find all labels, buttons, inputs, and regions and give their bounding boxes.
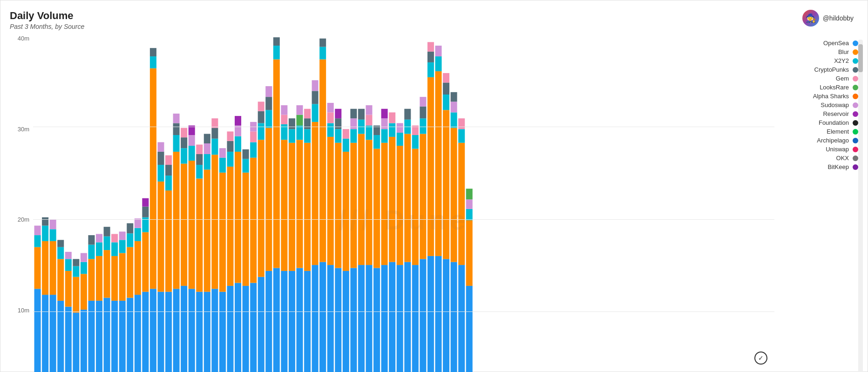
svg-rect-184 bbox=[350, 268, 357, 372]
svg-rect-196 bbox=[366, 115, 372, 126]
svg-rect-150 bbox=[289, 118, 295, 129]
svg-rect-62 bbox=[150, 68, 156, 289]
svg-rect-245 bbox=[451, 101, 457, 112]
svg-rect-166 bbox=[319, 262, 326, 372]
legend-scroll-thumb[interactable] bbox=[858, 44, 863, 72]
svg-rect-235 bbox=[435, 56, 442, 71]
svg-rect-142 bbox=[281, 271, 287, 372]
svg-rect-43 bbox=[111, 234, 118, 243]
svg-rect-228 bbox=[427, 256, 434, 372]
svg-rect-237 bbox=[443, 259, 449, 372]
legend-item-gem: Gem bbox=[779, 75, 858, 82]
svg-rect-185 bbox=[350, 143, 357, 268]
svg-rect-249 bbox=[458, 129, 465, 142]
svg-rect-175 bbox=[335, 268, 341, 372]
svg-rect-131 bbox=[258, 111, 264, 123]
avatar: 🧙 bbox=[802, 10, 819, 27]
svg-rect-140 bbox=[273, 46, 280, 59]
svg-rect-221 bbox=[412, 135, 419, 149]
svg-rect-100 bbox=[211, 289, 218, 372]
chart-header: Daily Volume Past 3 Months, by Source 🧙 … bbox=[10, 10, 863, 30]
legend-dot-uniswap bbox=[853, 147, 858, 152]
legend-scrollbar[interactable] bbox=[858, 40, 863, 372]
svg-rect-204 bbox=[381, 129, 388, 142]
svg-rect-115 bbox=[235, 152, 241, 283]
svg-rect-19 bbox=[65, 252, 72, 259]
legend-dot-bitkeep bbox=[853, 164, 858, 170]
svg-rect-253 bbox=[466, 209, 473, 220]
svg-rect-193 bbox=[366, 265, 372, 372]
check-badge[interactable]: ✓ bbox=[754, 352, 767, 365]
legend-dot-gem bbox=[853, 76, 858, 81]
legend-item-okx: OKX bbox=[779, 155, 858, 162]
svg-rect-231 bbox=[427, 52, 434, 62]
svg-rect-247 bbox=[458, 265, 465, 372]
svg-rect-187 bbox=[350, 118, 357, 129]
svg-rect-216 bbox=[404, 134, 411, 262]
svg-rect-163 bbox=[312, 104, 319, 122]
svg-rect-25 bbox=[81, 274, 87, 310]
svg-rect-71 bbox=[165, 190, 172, 292]
svg-rect-96 bbox=[204, 169, 210, 291]
svg-rect-37 bbox=[104, 250, 110, 298]
legend-item-sudoswap: Sudoswap bbox=[779, 101, 858, 108]
title-block: Daily Volume Past 3 Months, by Source bbox=[10, 10, 84, 30]
svg-rect-55 bbox=[135, 218, 141, 228]
legend-item-uniswap: Uniswap bbox=[779, 146, 858, 153]
legend-label-blur: Blur bbox=[838, 48, 849, 55]
svg-rect-1 bbox=[34, 247, 41, 289]
svg-rect-11 bbox=[50, 220, 56, 229]
svg-rect-141 bbox=[273, 37, 280, 46]
svg-rect-128 bbox=[258, 277, 264, 372]
svg-rect-56 bbox=[142, 292, 149, 372]
svg-rect-210 bbox=[389, 112, 395, 123]
svg-rect-156 bbox=[304, 271, 311, 372]
svg-rect-133 bbox=[265, 271, 272, 372]
svg-rect-183 bbox=[343, 129, 349, 138]
svg-rect-139 bbox=[273, 59, 280, 268]
svg-rect-67 bbox=[157, 165, 164, 182]
svg-rect-129 bbox=[258, 140, 264, 277]
svg-rect-246 bbox=[451, 92, 457, 101]
svg-rect-223 bbox=[420, 259, 426, 372]
svg-rect-213 bbox=[397, 133, 403, 146]
svg-rect-239 bbox=[443, 95, 449, 110]
svg-rect-158 bbox=[304, 129, 311, 142]
svg-rect-134 bbox=[265, 128, 272, 271]
svg-rect-219 bbox=[412, 265, 419, 372]
svg-rect-123 bbox=[250, 283, 257, 372]
svg-rect-99 bbox=[204, 134, 210, 143]
svg-rect-116 bbox=[235, 136, 241, 152]
svg-rect-164 bbox=[312, 91, 319, 104]
svg-rect-152 bbox=[296, 140, 303, 268]
svg-rect-225 bbox=[420, 118, 426, 134]
chart-area: /// Dune bbox=[33, 35, 774, 372]
svg-rect-90 bbox=[196, 292, 203, 372]
svg-rect-250 bbox=[458, 118, 465, 129]
svg-rect-124 bbox=[250, 158, 257, 283]
legend-dot-archipelago bbox=[853, 138, 858, 143]
legend-label-uniswap: Uniswap bbox=[826, 146, 849, 153]
svg-rect-229 bbox=[427, 77, 434, 256]
legend-label-okx: OKX bbox=[836, 155, 849, 162]
svg-rect-135 bbox=[265, 110, 272, 128]
svg-rect-103 bbox=[211, 128, 218, 139]
chart-subtitle: Past 3 Months, by Source bbox=[10, 23, 84, 30]
svg-rect-209 bbox=[389, 123, 395, 136]
svg-rect-70 bbox=[165, 292, 172, 372]
svg-rect-192 bbox=[358, 109, 365, 120]
svg-rect-153 bbox=[296, 126, 303, 140]
svg-rect-179 bbox=[335, 109, 341, 118]
svg-rect-42 bbox=[111, 242, 118, 256]
svg-rect-147 bbox=[289, 271, 295, 372]
svg-rect-176 bbox=[335, 143, 341, 268]
svg-rect-208 bbox=[389, 137, 395, 262]
legend-dot-reservoir bbox=[853, 111, 858, 117]
svg-rect-73 bbox=[165, 165, 172, 176]
svg-rect-145 bbox=[281, 115, 287, 124]
svg-rect-230 bbox=[427, 62, 434, 77]
y-axis: 0 10m 20m 30m 40m bbox=[10, 35, 33, 372]
svg-rect-36 bbox=[104, 298, 110, 372]
svg-rect-241 bbox=[443, 73, 449, 82]
svg-rect-111 bbox=[227, 152, 233, 167]
